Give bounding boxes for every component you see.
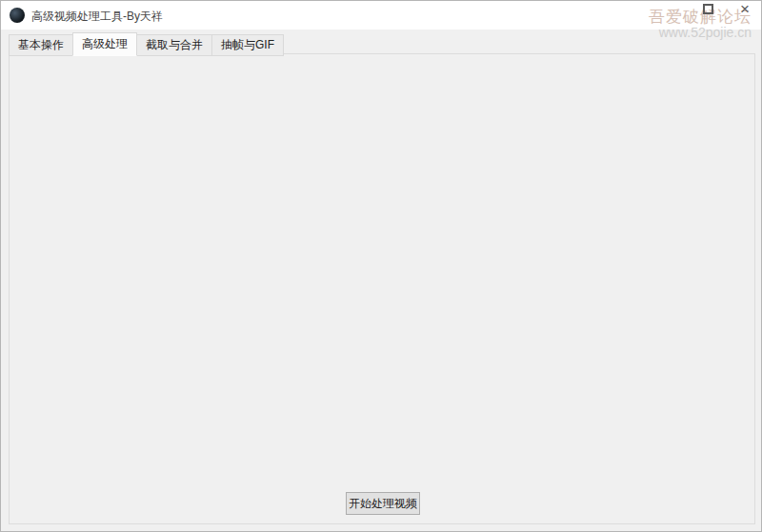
title-bar: 高级视频处理工具-By天祥 吾爱破解论坛 www.52pojie.cn × [1,1,761,30]
app-window: 高级视频处理工具-By天祥 吾爱破解论坛 www.52pojie.cn × 基本… [0,0,762,532]
tab-basic-operations[interactable]: 基本操作 [9,34,73,56]
start-processing-button[interactable]: 开始处理视频 [346,492,420,515]
tab-advanced-processing[interactable]: 高级处理 [72,32,137,56]
window-title: 高级视频处理工具-By天祥 [31,9,163,25]
restore-window-icon[interactable] [703,4,713,14]
tab-frames-and-gif[interactable]: 抽帧与GIF [211,34,284,56]
advanced-processing-panel [9,53,755,524]
tab-cut-and-merge[interactable]: 截取与合并 [136,34,212,56]
close-window-icon[interactable]: × [735,0,754,20]
forum-watermark-url: www.52pojie.cn [659,25,752,40]
tab-label: 截取与合并 [146,37,203,53]
tab-label: 高级处理 [82,36,128,52]
tab-strip: 基本操作 高级处理 截取与合并 抽帧与GIF [9,32,283,56]
start-processing-label: 开始处理视频 [349,496,417,512]
tab-label: 抽帧与GIF [221,37,274,53]
tab-label: 基本操作 [18,37,64,53]
app-icon [10,8,25,23]
